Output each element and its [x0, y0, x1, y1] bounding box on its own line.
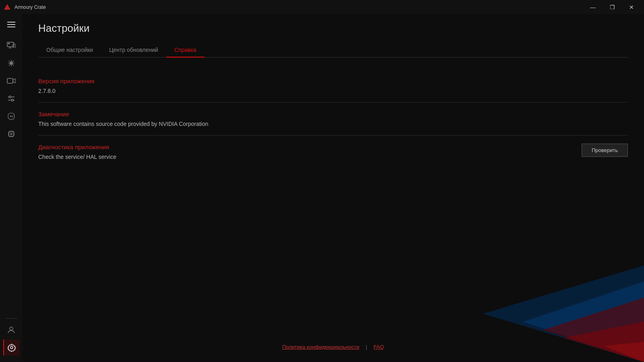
svg-point-31	[10, 346, 13, 349]
svg-rect-2	[8, 43, 10, 44]
sidebar-item-aura[interactable]	[3, 55, 19, 71]
content-sections: Версия приложения 2.7.8.0 Замечание This…	[38, 58, 628, 362]
svg-point-11	[11, 99, 13, 101]
check-button[interactable]: Проверить	[582, 144, 628, 157]
svg-point-15	[12, 117, 13, 117]
svg-marker-7	[13, 79, 15, 83]
svg-rect-17	[10, 133, 12, 135]
hamburger-menu[interactable]	[3, 17, 19, 32]
section-value-notice: This software contains source code provi…	[38, 121, 628, 127]
aura-icon	[7, 59, 16, 68]
cpu-icon	[7, 130, 16, 138]
sidebar-item-livecam[interactable]	[3, 73, 19, 89]
titlebar-controls: — ❐ ✕	[584, 0, 641, 14]
close-button[interactable]: ✕	[622, 0, 641, 14]
sidebar-item-settings[interactable]	[3, 339, 19, 356]
app-logo	[3, 3, 11, 11]
faq-link[interactable]: FAQ	[374, 344, 384, 350]
livecam-icon	[7, 76, 16, 85]
sidebar-item-tuning[interactable]	[3, 90, 19, 107]
app-body: Настройки Общие настройки Центр обновлен…	[0, 14, 644, 362]
tab-updates[interactable]: Центр обновлений	[101, 43, 166, 57]
tab-help[interactable]: Справка	[166, 43, 204, 57]
sidebar-divider	[5, 318, 17, 319]
section-title-notice: Замечание	[38, 111, 628, 117]
sidebar-item-profile[interactable]	[3, 322, 19, 338]
section-title-app-version: Версия приложения	[38, 78, 628, 84]
sidebar-item-devices[interactable]	[3, 37, 19, 53]
devices-icon	[7, 41, 16, 50]
section-value-app-version: 2.7.8.0	[38, 88, 628, 94]
section-notice: Замечание This software contains source …	[38, 103, 628, 136]
main-content: Настройки Общие настройки Центр обновлен…	[22, 14, 644, 362]
tuning-icon	[7, 94, 16, 103]
titlebar: Armoury Crate — ❐ ✕	[0, 0, 644, 14]
section-app-version: Версия приложения 2.7.8.0	[38, 70, 628, 103]
minimize-button[interactable]: —	[584, 0, 602, 14]
section-title-diagnostics: Диагностика приложения	[38, 144, 116, 150]
titlebar-left: Armoury Crate	[3, 3, 46, 11]
diagnostics-left: Диагностика приложения Check the service…	[38, 144, 116, 160]
privacy-link[interactable]: Политика конфиденциальности	[282, 344, 359, 350]
svg-point-30	[10, 327, 13, 330]
hamburger-line-2	[7, 24, 15, 25]
hamburger-line-1	[7, 22, 15, 23]
section-diagnostics: Диагностика приложения Check the service…	[38, 136, 628, 171]
section-value-diagnostics: Check the service/ HAL service	[38, 154, 116, 160]
svg-point-14	[12, 115, 13, 116]
sidebar-item-gamevisual[interactable]	[3, 108, 19, 124]
sidebar	[0, 14, 22, 362]
maximize-button[interactable]: ❐	[603, 0, 621, 14]
svg-point-9	[9, 96, 11, 98]
svg-rect-6	[7, 78, 13, 83]
tab-general[interactable]: Общие настройки	[38, 43, 101, 57]
settings-icon	[7, 343, 16, 352]
footer-divider: |	[366, 344, 367, 350]
titlebar-app-name: Armoury Crate	[14, 4, 46, 10]
footer: Политика конфиденциальности | FAQ	[22, 344, 644, 350]
page-title: Настройки	[38, 22, 628, 35]
gamevisual-icon	[7, 112, 16, 121]
sidebar-bottom	[0, 317, 22, 359]
section-diagnostics-header: Диагностика приложения Check the service…	[38, 144, 628, 160]
hamburger-line-3	[7, 27, 15, 27]
profile-icon	[7, 325, 16, 334]
sidebar-item-cpu[interactable]	[3, 126, 19, 142]
tabs-bar: Общие настройки Центр обновлений Справка	[38, 43, 628, 58]
svg-marker-0	[4, 4, 10, 10]
